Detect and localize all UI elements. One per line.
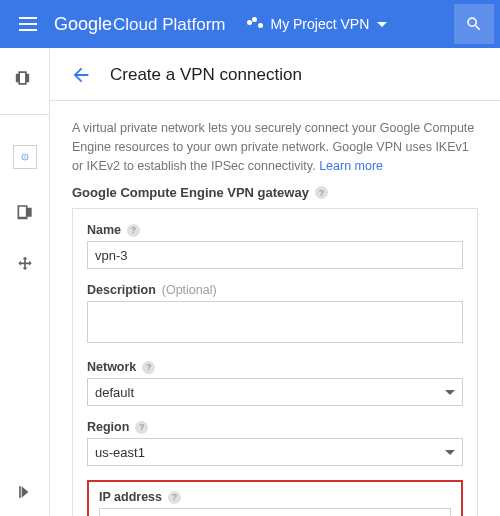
page-title: Create a VPN connection (110, 65, 302, 85)
arrow-left-icon (70, 64, 92, 86)
help-icon[interactable]: ? (127, 224, 140, 237)
help-icon[interactable]: ? (168, 491, 181, 504)
gcp-logo[interactable]: Google Cloud Platform (54, 14, 225, 35)
search-icon (465, 15, 483, 33)
rail-network-icon[interactable] (13, 145, 37, 169)
project-name: My Project VPN (270, 16, 369, 32)
rail-move-icon[interactable] (13, 253, 37, 277)
learn-more-link[interactable]: Learn more (319, 159, 383, 173)
description-input[interactable] (87, 301, 463, 343)
project-icon (247, 20, 263, 28)
ip-address-highlight: IP address? (87, 480, 463, 516)
rail-expand-icon[interactable] (13, 480, 37, 504)
rail-pin-icon[interactable] (13, 66, 37, 90)
chevron-down-icon (377, 22, 387, 27)
field-network: Network? default (87, 360, 463, 406)
help-icon[interactable]: ? (142, 361, 155, 374)
logo-text-rest: Cloud Platform (113, 15, 225, 35)
main-content: Create a VPN connection A virtual privat… (50, 48, 500, 516)
chevron-down-icon (445, 450, 455, 455)
help-icon[interactable]: ? (315, 186, 328, 199)
gateway-section-label: Google Compute Engine VPN gateway ? (72, 185, 478, 200)
chevron-down-icon (445, 390, 455, 395)
top-bar: Google Cloud Platform My Project VPN (0, 0, 500, 48)
left-rail (0, 48, 50, 516)
page-header: Create a VPN connection (50, 48, 500, 101)
field-region: Region? us-east1 (87, 420, 463, 466)
menu-icon[interactable] (8, 4, 48, 44)
field-name: Name? (87, 223, 463, 269)
ip-address-select[interactable] (99, 508, 451, 516)
logo-text-google: Google (54, 14, 112, 35)
rail-divider (0, 114, 49, 115)
name-input[interactable] (87, 241, 463, 269)
search-button[interactable] (454, 4, 494, 44)
svg-rect-0 (19, 486, 21, 498)
project-selector[interactable]: My Project VPN (247, 16, 387, 32)
gateway-panel: Name? Description (Optional) Network? de… (72, 208, 478, 516)
network-select[interactable]: default (87, 378, 463, 406)
back-button[interactable] (70, 64, 92, 86)
region-select[interactable]: us-east1 (87, 438, 463, 466)
rail-services-icon[interactable] (13, 199, 37, 223)
page-description: A virtual private network lets you secur… (72, 119, 478, 175)
field-description: Description (Optional) (87, 283, 463, 346)
help-icon[interactable]: ? (135, 421, 148, 434)
